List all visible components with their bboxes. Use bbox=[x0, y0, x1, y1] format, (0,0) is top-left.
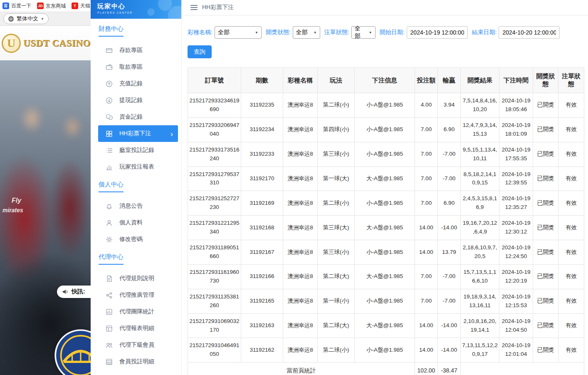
gear-icon bbox=[106, 236, 113, 243]
sidebar-item-label: HH彩票下注 bbox=[119, 130, 151, 137]
sidebar-menu: 財務中心存款專區取款專區充值記錄提現記錄資金記錄HH彩票下注›廳室投註記錄玩家投… bbox=[91, 19, 181, 375]
cell-bet-time: 2024-10-19 18:05:46 bbox=[499, 93, 533, 118]
cell-order-no: 2152172933173516240 bbox=[188, 142, 241, 166]
sidebar-item-fund-record[interactable]: 資金記錄 bbox=[91, 109, 181, 125]
table-row: 215217293113538126031192165澳洲幸运8第一球(小)小-… bbox=[188, 289, 584, 313]
filter-label-order-status: 注單狀態: bbox=[324, 29, 349, 36]
sidebar-item-player-bet-report[interactable]: 玩家投注報表 bbox=[91, 159, 181, 175]
filter-row: 彩種名稱:全部▼開獎狀態:全部▼注單狀態:全部▼開始日期:結束日期: bbox=[188, 26, 582, 39]
cell-bet-amount: 7.00 bbox=[415, 142, 438, 166]
bookmark-item[interactable]: JD京东商城 bbox=[37, 2, 66, 10]
sidebar-item-hall-bet-record[interactable]: 廳室投註記錄 bbox=[91, 142, 181, 159]
sidebar-item-hh-lottery-bets[interactable]: HH彩票下注› bbox=[98, 125, 178, 142]
coins-icon bbox=[106, 114, 113, 121]
filter-select-draw-status[interactable]: 全部▼ bbox=[293, 26, 320, 39]
cell-bet-time: 2024-10-19 12:30:12 bbox=[499, 216, 533, 240]
coin-down-icon bbox=[106, 97, 113, 104]
filter-field-lottery-name: 彩種名稱:全部▼ bbox=[188, 26, 262, 39]
language-selector[interactable]: 繁体中文 ▼ bbox=[3, 13, 49, 24]
bell-icon bbox=[106, 203, 113, 210]
filter-label-draw-status: 開獎狀態: bbox=[266, 29, 291, 36]
cell-draw-status: 已開獎 bbox=[533, 117, 558, 142]
bookmark-favicon: JD bbox=[37, 2, 44, 9]
filter-select-lottery-name[interactable]: 全部▼ bbox=[215, 26, 262, 39]
bookmark-item[interactable]: T天猫 bbox=[72, 2, 90, 10]
content-area: 彩種名稱:全部▼開獎狀態:全部▼注單狀態:全部▼開始日期:結束日期: 查詢 訂單… bbox=[182, 15, 588, 375]
sidebar-item-withdraw-zone[interactable]: 取款專區 bbox=[91, 59, 181, 75]
sidebar-item-profile[interactable]: 個人資料 bbox=[91, 214, 181, 231]
cell-period: 31192163 bbox=[241, 313, 283, 338]
sidebar-item-label: 提現記錄 bbox=[119, 97, 143, 104]
cell-lottery-name: 澳洲幸运8 bbox=[283, 117, 318, 142]
cell-bet-time: 2024-10-19 12:04:50 bbox=[499, 313, 533, 338]
cell-play-type: 第二球(小) bbox=[318, 93, 355, 118]
site-logo[interactable]: U USDT CASINO bbox=[0, 26, 91, 60]
bookmarks-bar: 百百度一下JD京东商城T天猫 bbox=[0, 0, 91, 12]
sidebar-item-cashout-record[interactable]: 提現記錄 bbox=[91, 92, 181, 109]
menu-section-title: 個人中心 bbox=[91, 175, 181, 192]
sidebar-item-recharge-record[interactable]: 充值記錄 bbox=[91, 75, 181, 92]
cell-bet-time: 2024-10-19 12:01:04 bbox=[499, 338, 533, 363]
cell-order-no: 2152172931069032170 bbox=[188, 313, 241, 338]
cell-bet-info: 小-A盤@1.985 bbox=[355, 142, 415, 166]
grid-icon bbox=[106, 130, 113, 137]
cell-order-no: 2152172931161960730 bbox=[188, 264, 241, 289]
dropdown-caret-icon: ▼ bbox=[369, 31, 372, 35]
bookmark-label: 百度一下 bbox=[11, 2, 31, 10]
sidebar-item-label: 代理規則說明 bbox=[119, 275, 154, 282]
filter-input-start-date[interactable] bbox=[407, 26, 468, 39]
cell-bet-time: 2024-10-19 17:55:35 bbox=[499, 142, 533, 166]
user-icon bbox=[106, 219, 113, 226]
cell-play-type: 第一球(大) bbox=[318, 166, 355, 191]
hero-photo: Fly mirates 快訊: bbox=[0, 60, 91, 375]
cell-bet-amount: 14.00 bbox=[415, 240, 438, 265]
hamburger-menu-icon[interactable] bbox=[190, 4, 198, 11]
cell-draw-status: 已開獎 bbox=[533, 289, 558, 313]
sidebar-item-agent-rules[interactable]: 代理規則說明 bbox=[91, 270, 181, 287]
cell-win-loss: -14.00 bbox=[438, 313, 461, 338]
main-topbar: HH彩票下注 bbox=[182, 0, 588, 15]
cell-order-status: 有效 bbox=[558, 289, 584, 313]
sidebar-item-announcements[interactable]: 消息公告 bbox=[91, 198, 181, 214]
summary-winloss-total: -38.47 bbox=[438, 363, 461, 375]
sidebar-item-agent-report-detail[interactable]: 代理報表明細 bbox=[91, 320, 181, 337]
cell-play-type: 第二球(小) bbox=[318, 338, 355, 363]
cell-draw-result: 15,7,13,5,1,16,6,10 bbox=[461, 264, 499, 289]
sidebar-item-change-password[interactable]: 修改密碼 bbox=[91, 231, 181, 248]
logo-text: USDT CASINO bbox=[23, 38, 91, 49]
cell-order-status: 有效 bbox=[558, 93, 584, 118]
news-ticker[interactable]: 快訊: bbox=[57, 286, 91, 298]
cell-order-status: 有效 bbox=[558, 166, 584, 191]
cell-play-type: 第二球(大) bbox=[318, 264, 355, 289]
sidebar-item-member-bet-detail[interactable]: 會員投註明細 bbox=[91, 353, 181, 370]
cell-bet-time: 2024-10-19 18:01:09 bbox=[499, 117, 533, 142]
cell-order-no: 2152172931221295340 bbox=[188, 216, 241, 240]
sidebar-item-label: 玩家投注報表 bbox=[119, 163, 154, 171]
table-header-row: 訂單號期數彩種名稱玩法下注信息投注額輸贏開獎結果下注時間開獎狀態注單狀態 bbox=[188, 68, 584, 93]
cell-lottery-name: 澳洲幸运8 bbox=[283, 93, 318, 118]
cell-draw-status: 已開獎 bbox=[533, 240, 558, 265]
sidebar-item-label: 代理團隊統計 bbox=[119, 308, 154, 315]
sidebar-item-agent-sub-members[interactable]: 代理下級會員 bbox=[91, 337, 181, 353]
cell-win-loss: -7.00 bbox=[438, 264, 461, 289]
dropdown-caret-icon: ▼ bbox=[255, 31, 258, 35]
cell-order-no: 2152172933234619690 bbox=[188, 93, 241, 118]
sidebar-item-member-transaction-detail[interactable]: 會員交易明細 bbox=[91, 370, 181, 375]
cell-bet-info: 小-A盤@1.985 bbox=[355, 289, 415, 313]
cell-win-loss: -7.00 bbox=[438, 142, 461, 166]
search-button[interactable]: 查詢 bbox=[188, 45, 212, 58]
sidebar-item-deposit-zone[interactable]: 存款專區 bbox=[91, 42, 181, 59]
sidebar-item-agent-team-stats[interactable]: 代理團隊統計 bbox=[91, 303, 181, 320]
table-row: 215217293118905166031192167澳洲幸运8第三球(小)小-… bbox=[188, 240, 584, 265]
col-header-draw-result: 開獎結果 bbox=[461, 68, 499, 93]
cell-bet-amount: 4.00 bbox=[415, 93, 438, 118]
cell-lottery-name: 澳洲幸运8 bbox=[283, 338, 318, 363]
bookmark-item[interactable]: 百百度一下 bbox=[2, 2, 31, 10]
cell-play-type: 第二球(小) bbox=[318, 191, 355, 216]
filter-select-order-status[interactable]: 全部▼ bbox=[351, 26, 376, 39]
filter-input-end-date[interactable] bbox=[499, 26, 560, 39]
cell-lottery-name: 澳洲幸运8 bbox=[283, 240, 318, 265]
cell-order-no: 2152172931189051660 bbox=[188, 240, 241, 265]
sidebar-item-agent-promotion[interactable]: 代理推廣管理 bbox=[91, 287, 181, 303]
cell-order-status: 有效 bbox=[558, 191, 584, 216]
